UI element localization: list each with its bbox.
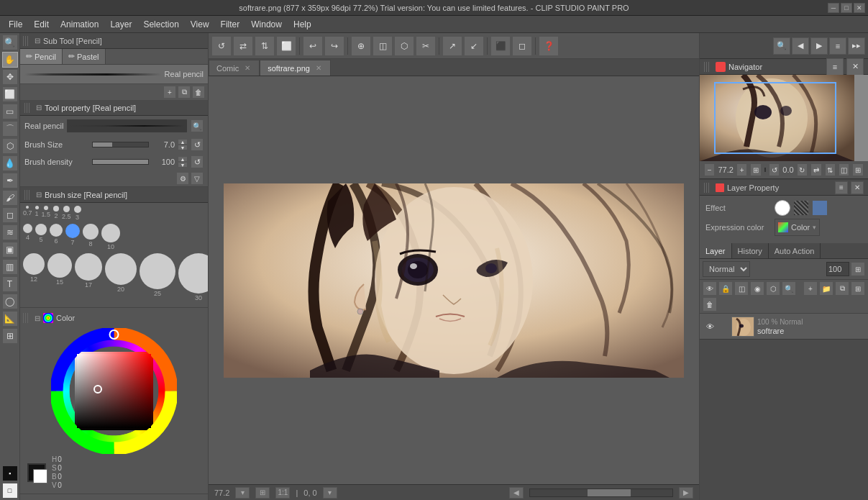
menu-view[interactable]: View: [185, 18, 215, 31]
tool-auto-select[interactable]: ⬡: [2, 138, 18, 154]
tool-eraser[interactable]: ◻: [2, 207, 18, 223]
color-foreground[interactable]: ▪: [2, 465, 18, 481]
h-scrollbar-thumb[interactable]: [588, 489, 631, 496]
nav-menu-btn[interactable]: ≡: [826, 58, 844, 76]
tool-text[interactable]: T: [2, 276, 18, 292]
brush-size-12[interactable]: 12: [23, 253, 45, 301]
layer-tab-auto-action[interactable]: Auto Action: [769, 243, 821, 258]
tool-extra[interactable]: ⊞: [2, 328, 18, 344]
brush-size-3[interactable]: 3: [74, 206, 81, 221]
minimize-button[interactable]: ─: [828, 3, 839, 13]
brush-size-0.7[interactable]: 0.7: [23, 206, 32, 221]
tool-brush[interactable]: 🖌: [2, 190, 18, 206]
nav-close-btn[interactable]: ✕: [846, 58, 864, 76]
menu-layer[interactable]: Layer: [104, 18, 137, 31]
close-button[interactable]: ✕: [854, 3, 865, 13]
tool-undo[interactable]: ↩: [303, 36, 323, 56]
canvas-viewport[interactable]: [209, 76, 699, 484]
brush-size-1[interactable]: 1: [35, 206, 39, 221]
brush-size-2[interactable]: 2: [53, 206, 59, 221]
nav-zoom-slider[interactable]: [764, 168, 766, 172]
val-rect[interactable]: [77, 354, 151, 428]
right-nav-next[interactable]: ▶: [810, 37, 828, 55]
layer-search-btn[interactable]: 🔍: [782, 281, 796, 296]
tab-pencil[interactable]: ✏ Pencil: [20, 49, 63, 64]
tool-hand[interactable]: ✋: [2, 52, 18, 68]
layer-item-softrare[interactable]: 👁 100 % Normal softrare: [700, 314, 868, 340]
tool-pen[interactable]: ✒: [2, 173, 18, 188]
color-wheel[interactable]: [51, 328, 177, 454]
brush-size-reset[interactable]: ↺: [191, 138, 204, 151]
brush-size-1.5[interactable]: 1.5: [42, 206, 51, 221]
tool-new-layer[interactable]: ⊕: [351, 36, 371, 56]
brush-copy-button[interactable]: ⧉: [178, 86, 191, 99]
tool-figure[interactable]: ◯: [2, 294, 18, 309]
prop-settings-button[interactable]: ⚙: [176, 172, 189, 185]
nav-zoom-out[interactable]: −: [704, 163, 715, 176]
lp-color-select[interactable]: Color ▾: [775, 219, 820, 236]
right-panel-close[interactable]: ▸▸: [848, 37, 865, 55]
brush-size-5[interactable]: 5: [35, 224, 47, 250]
layer-vis-btn[interactable]: 👁: [703, 281, 717, 296]
prop-search-button[interactable]: 🔍: [191, 119, 204, 132]
brush-density-down[interactable]: ▼: [178, 162, 188, 168]
tool-layer-set[interactable]: ◫: [373, 36, 393, 56]
brush-real-pencil[interactable]: Real pencil: [20, 65, 208, 84]
menu-edit[interactable]: Edit: [28, 18, 55, 31]
layer-tab-history[interactable]: History: [732, 243, 769, 258]
menu-file[interactable]: File: [3, 18, 28, 31]
tool-gradient[interactable]: ▥: [2, 259, 18, 275]
tool-redo[interactable]: ↪: [324, 36, 344, 56]
lp-menu-btn[interactable]: ≡: [835, 181, 848, 194]
navigator-preview[interactable]: [700, 75, 868, 161]
tool-canvas-size[interactable]: ⬜: [276, 36, 296, 56]
nav-rotate-ccw[interactable]: ↺: [769, 163, 780, 176]
tool-expand[interactable]: ↙: [464, 36, 484, 56]
brush-size-slider[interactable]: [92, 142, 149, 147]
tool-move[interactable]: ✥: [2, 69, 18, 85]
tool-fill-white[interactable]: ◻: [512, 36, 532, 56]
h-scrollbar[interactable]: [529, 488, 673, 497]
layer-ref-btn[interactable]: ◉: [750, 281, 764, 296]
brush-delete-button[interactable]: 🗑: [192, 86, 205, 99]
brush-density-slider[interactable]: [92, 159, 149, 165]
nav-extra-2[interactable]: ⊞: [852, 163, 863, 176]
tab-softrare-close[interactable]: ✕: [314, 64, 323, 73]
layer-clip-btn[interactable]: ◫: [734, 281, 749, 296]
brush-density-stepper[interactable]: ▲ ▼: [178, 156, 188, 168]
nav-flip-v[interactable]: ⇅: [825, 163, 836, 176]
menu-help[interactable]: Help: [288, 18, 317, 31]
right-nav-prev[interactable]: ◀: [792, 37, 809, 55]
tool-eyedrop[interactable]: 💧: [2, 155, 18, 171]
brush-density-reset[interactable]: ↺: [191, 155, 204, 168]
lp-opt-hatch[interactable]: [793, 200, 809, 216]
color-background[interactable]: □: [2, 483, 18, 499]
tool-ruler[interactable]: 📐: [2, 311, 18, 327]
menu-filter[interactable]: Filter: [215, 18, 246, 31]
status-scroll-right[interactable]: ▶: [679, 487, 693, 499]
tool-transform[interactable]: ⬜: [2, 86, 18, 102]
brush-size-6[interactable]: 6: [50, 224, 63, 250]
status-scroll-left[interactable]: ◀: [509, 487, 524, 499]
menu-window[interactable]: Window: [245, 18, 288, 31]
brush-add-button[interactable]: +: [163, 86, 176, 99]
layer-lock-btn[interactable]: 🔒: [718, 281, 733, 296]
tool-ruler[interactable]: ⬡: [394, 36, 414, 56]
nav-rotate-cw[interactable]: ↻: [797, 163, 808, 176]
brush-size-17[interactable]: 17: [75, 253, 102, 301]
nav-extra-1[interactable]: ◫: [839, 163, 849, 176]
right-panel-expand[interactable]: ≡: [829, 37, 846, 55]
layer-tab-layer[interactable]: Layer: [700, 243, 732, 258]
layer-copy-btn[interactable]: ⧉: [835, 281, 849, 296]
layer-merge-btn[interactable]: ⊞: [851, 281, 865, 296]
tool-cut[interactable]: ✂: [416, 36, 436, 56]
nav-fit[interactable]: ⊞: [750, 163, 761, 176]
foreground-color-swatch[interactable]: [27, 463, 46, 482]
layer-folder-btn[interactable]: 📁: [819, 281, 833, 296]
background-color-swatch[interactable]: [33, 469, 47, 483]
menu-animation[interactable]: Animation: [55, 18, 104, 31]
blend-mode-select[interactable]: Normal: [703, 261, 750, 277]
opacity-input[interactable]: [826, 262, 849, 276]
brush-size-30[interactable]: 30: [178, 253, 209, 301]
tool-select-lasso[interactable]: ⌒: [2, 121, 18, 137]
